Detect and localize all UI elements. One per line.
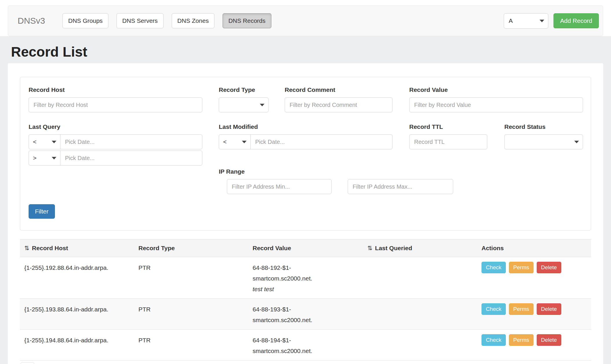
filter-button[interactable]: Filter bbox=[29, 204, 55, 219]
record-status-filter-select[interactable] bbox=[504, 134, 583, 149]
cell-record-type: PTR bbox=[138, 299, 253, 329]
record-ttl-filter-input[interactable] bbox=[409, 134, 487, 149]
last-modified-group: < bbox=[219, 134, 392, 149]
ip-address-min-input[interactable] bbox=[227, 179, 332, 194]
check-button[interactable]: Check bbox=[482, 262, 506, 273]
filter-panel: Record Host Record Type Record Comment R… bbox=[20, 77, 591, 231]
cell-record-host: {1-255}.192.88.64.in-addr.arpa. bbox=[20, 257, 138, 298]
cell-last-queried bbox=[367, 299, 482, 329]
chevron-down-icon bbox=[540, 20, 544, 22]
table-header-record-value: Record Value bbox=[253, 239, 367, 257]
last-modified-comparator-lt-select[interactable]: < bbox=[219, 134, 251, 149]
record-value-filter-input[interactable] bbox=[409, 97, 583, 112]
check-button[interactable]: Check bbox=[482, 334, 506, 346]
check-button[interactable]: Check bbox=[482, 303, 506, 315]
header-label: Actions bbox=[482, 245, 504, 252]
table-header-last-queried[interactable]: ⇅ Last Queried bbox=[367, 239, 482, 257]
record-value-filter-label: Record Value bbox=[409, 86, 448, 93]
record-type-filter-select[interactable] bbox=[219, 97, 269, 112]
chevron-down-icon bbox=[260, 104, 264, 106]
last-query-after-group: > bbox=[29, 151, 202, 166]
last-query-before-date-input[interactable] bbox=[60, 134, 202, 149]
last-query-before-group: < bbox=[29, 134, 202, 149]
record-type-filter-label: Record Type bbox=[219, 86, 255, 93]
cell-actions: Check Perms Delete bbox=[482, 257, 591, 298]
table-header-record-type: Record Type bbox=[138, 239, 253, 257]
record-type-select-value: A bbox=[509, 17, 513, 24]
page-title: Record List bbox=[11, 44, 611, 60]
nav-button-dns-servers[interactable]: DNS Servers bbox=[116, 13, 164, 28]
last-query-after-date-input[interactable] bbox=[60, 151, 202, 166]
ip-range-filter-label: IP Range bbox=[219, 168, 245, 175]
sort-icon: ⇅ bbox=[24, 245, 29, 252]
nav-button-dns-groups[interactable]: DNS Groups bbox=[62, 13, 108, 28]
record-ttl-filter-label: Record TTL bbox=[409, 123, 443, 130]
navbar-right-group: A Add Record bbox=[504, 13, 599, 29]
cell-last-queried bbox=[367, 330, 482, 360]
record-comment-text: test test bbox=[253, 284, 367, 294]
last-query-comparator-gt-select[interactable]: > bbox=[29, 151, 60, 166]
perms-button[interactable]: Perms bbox=[509, 303, 534, 315]
cell-actions: Check Perms Delete bbox=[482, 330, 591, 360]
delete-button[interactable]: Delete bbox=[537, 262, 561, 273]
cell-record-host: {1-255}.193.88.64.in-addr.arpa. bbox=[20, 299, 138, 329]
header-label: Record Value bbox=[253, 245, 291, 252]
record-type-select[interactable]: A bbox=[504, 13, 548, 29]
cell-actions: Check Perms Delete bbox=[482, 299, 591, 329]
last-modified-filter-label: Last Modified bbox=[219, 123, 258, 130]
cell-record-value: 64-88-193-$1-smartcom.sc2000.net. bbox=[253, 299, 367, 329]
cell-record-type: PTR bbox=[138, 257, 253, 298]
cell-record-value: 64-88-194-$1-smartcom.sc2000.net. bbox=[253, 330, 367, 360]
record-host-filter-label: Record Host bbox=[29, 86, 65, 93]
cell-record-value: 64-88-192-$1-smartcom.sc2000.net. test t… bbox=[253, 257, 367, 298]
last-query-filter-label: Last Query bbox=[29, 123, 60, 130]
navbar: DNSv3 DNS Groups DNS Servers DNS Zones D… bbox=[8, 5, 603, 36]
last-query-comparator-lt-select[interactable]: < bbox=[29, 134, 60, 149]
record-comment-filter-label: Record Comment bbox=[285, 86, 335, 93]
comparator-value: < bbox=[33, 138, 36, 145]
last-modified-date-input[interactable] bbox=[250, 134, 392, 149]
page-section: Record List Record Host Record Type Reco… bbox=[0, 36, 611, 364]
table-row: {1-255}.194.88.64.in-addr.arpa. PTR 64-8… bbox=[20, 330, 591, 361]
table-header-actions: Actions bbox=[482, 239, 591, 257]
nav-button-dns-zones[interactable]: DNS Zones bbox=[172, 13, 215, 28]
perms-button[interactable]: Perms bbox=[509, 334, 534, 346]
chevron-down-icon bbox=[242, 141, 247, 143]
pagination-button-partial[interactable] bbox=[21, 362, 34, 364]
cell-record-type: PTR bbox=[138, 330, 253, 360]
cell-last-queried bbox=[367, 257, 482, 298]
record-comment-filter-input[interactable] bbox=[285, 97, 392, 112]
delete-button[interactable]: Delete bbox=[537, 334, 561, 346]
header-label: Record Host bbox=[32, 245, 68, 252]
table-header-row: ⇅ Record Host Record Type Record Value ⇅… bbox=[20, 239, 591, 257]
comparator-value: > bbox=[33, 155, 36, 161]
table-row: {1-255}.192.88.64.in-addr.arpa. PTR 64-8… bbox=[20, 257, 591, 299]
records-table: ⇅ Record Host Record Type Record Value ⇅… bbox=[20, 239, 591, 361]
record-status-filter-label: Record Status bbox=[504, 123, 545, 130]
record-value-text: 64-88-193-$1-smartcom.sc2000.net. bbox=[253, 304, 339, 325]
nav-button-dns-records[interactable]: DNS Records bbox=[223, 13, 271, 28]
header-label: Last Queried bbox=[375, 245, 412, 252]
record-value-text: 64-88-192-$1-smartcom.sc2000.net. bbox=[253, 262, 339, 284]
chevron-down-icon bbox=[52, 141, 56, 143]
chevron-down-icon bbox=[574, 141, 579, 143]
record-host-filter-input[interactable] bbox=[29, 97, 202, 112]
comparator-value: < bbox=[223, 138, 227, 145]
brand-dnsv3[interactable]: DNSv3 bbox=[18, 16, 45, 26]
sort-icon: ⇅ bbox=[367, 245, 373, 252]
delete-button[interactable]: Delete bbox=[537, 303, 561, 315]
chevron-down-icon bbox=[52, 157, 56, 159]
header-label: Record Type bbox=[138, 245, 175, 252]
perms-button[interactable]: Perms bbox=[509, 262, 534, 273]
main-card: Record Host Record Type Record Comment R… bbox=[8, 63, 603, 364]
cell-record-host: {1-255}.194.88.64.in-addr.arpa. bbox=[20, 330, 138, 360]
record-value-text: 64-88-194-$1-smartcom.sc2000.net. bbox=[253, 335, 339, 356]
ip-address-max-input[interactable] bbox=[348, 179, 453, 194]
add-record-button[interactable]: Add Record bbox=[553, 13, 599, 28]
table-header-record-host[interactable]: ⇅ Record Host bbox=[20, 239, 138, 257]
table-row: {1-255}.193.88.64.in-addr.arpa. PTR 64-8… bbox=[20, 299, 591, 330]
